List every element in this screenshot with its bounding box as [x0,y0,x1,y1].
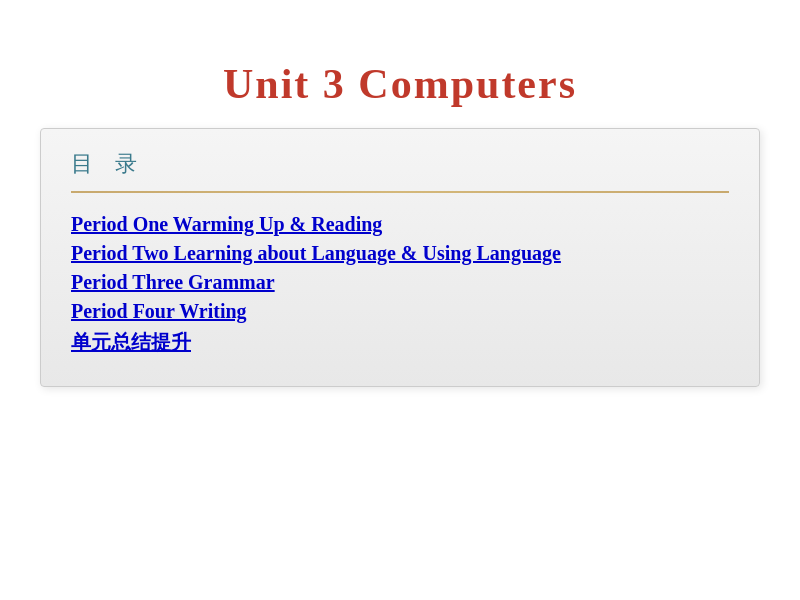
list-item[interactable]: Period Three Grammar [71,271,729,294]
list-item[interactable]: Period Two Learning about Language & Usi… [71,242,729,265]
toc-heading: 目 录 [71,149,729,179]
period-two-link[interactable]: Period Two Learning about Language & Usi… [71,242,561,264]
content-box: 目 录 Period One Warming Up & Reading Peri… [40,128,760,387]
toc-list: Period One Warming Up & Reading Period T… [71,213,729,356]
list-item[interactable]: Period Four Writing [71,300,729,323]
period-four-link[interactable]: Period Four Writing [71,300,247,322]
list-item[interactable]: Period One Warming Up & Reading [71,213,729,236]
divider [71,191,729,193]
list-item[interactable]: 单元总结提升 [71,329,729,356]
period-one-link[interactable]: Period One Warming Up & Reading [71,213,382,235]
period-three-link[interactable]: Period Three Grammar [71,271,275,293]
summary-link[interactable]: 单元总结提升 [71,331,191,353]
page-title: Unit 3 Computers [223,60,577,108]
